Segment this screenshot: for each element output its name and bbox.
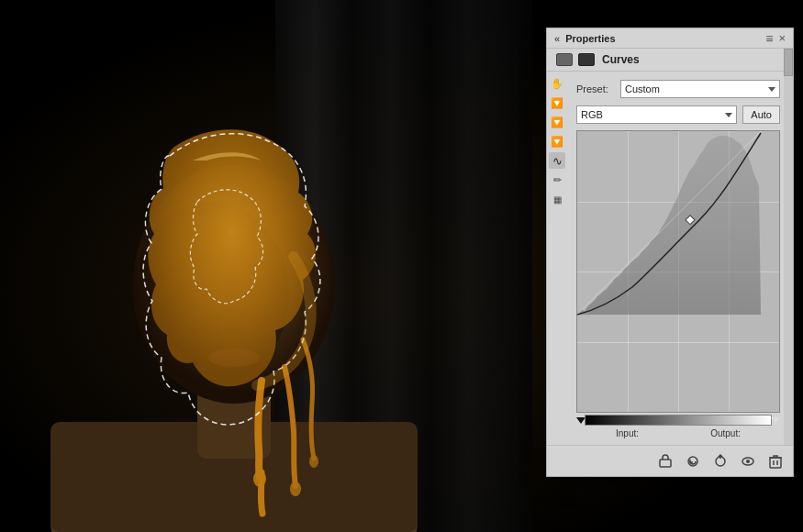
finger-tool[interactable]: ✋ — [549, 75, 565, 92]
eyedropper-gray-tool[interactable]: 🔽 — [549, 114, 565, 130]
properties-panel: « Properties ≡ × Curves ✋ 🔽 🔽 🔽 ∿ ✏ ▦ — [546, 28, 794, 477]
panel-title-area: « Properties — [554, 33, 616, 44]
panel-menu-icon[interactable]: ≡ — [765, 31, 773, 46]
preset-row: Preset: Custom Default Strong Contrast L… — [569, 75, 787, 103]
curve-edit-tool[interactable]: ∿ — [549, 152, 565, 169]
reset-button[interactable] — [710, 451, 731, 471]
svg-point-15 — [746, 460, 750, 463]
preset-select[interactable]: Custom Default Strong Contrast Linear Da… — [620, 80, 780, 98]
pencil-draw-tool[interactable]: ✏ — [549, 172, 565, 188]
toggle-visibility-button[interactable] — [738, 451, 758, 471]
curves-mode-icon — [578, 53, 595, 66]
left-tools: ✋ 🔽 🔽 🔽 ∿ ✏ ▦ — [547, 72, 567, 445]
panel-collapse-icon[interactable]: « — [554, 33, 560, 44]
svg-point-10 — [309, 455, 318, 468]
svg-rect-16 — [770, 458, 781, 468]
eyedropper-black-tool[interactable]: 🔽 — [549, 94, 565, 111]
gradient-bar — [585, 415, 772, 426]
panel-controls: ≡ × — [765, 31, 786, 46]
reference-line-svg — [577, 131, 779, 412]
io-row: Input: Output: — [576, 426, 780, 441]
white-point[interactable] — [771, 417, 780, 424]
curves-area: Input: Output: — [576, 130, 780, 441]
svg-point-9 — [290, 482, 301, 496]
panel-scrollbar[interactable] — [784, 49, 793, 445]
output-label: Output: — [710, 428, 741, 438]
auto-button[interactable]: Auto — [742, 105, 780, 124]
input-label: Input: — [616, 428, 639, 438]
svg-point-8 — [253, 471, 266, 487]
scrollbar-thumb[interactable] — [784, 49, 793, 76]
panel-titlebar: « Properties ≡ × — [547, 28, 793, 49]
bottom-toolbar — [547, 445, 793, 476]
panel-content: ✋ 🔽 🔽 🔽 ∿ ✏ ▦ Preset: Custom Default Str… — [547, 72, 793, 476]
clip-to-layer-button[interactable] — [655, 451, 675, 471]
eyedropper-white-tool[interactable]: 🔽 — [549, 133, 565, 150]
svg-rect-12 — [660, 460, 671, 467]
preset-label: Preset: — [576, 83, 615, 94]
curves-graph[interactable] — [576, 130, 780, 413]
channel-row: RGB Red Green Blue Auto — [569, 103, 787, 127]
channel-select[interactable]: RGB Red Green Blue — [576, 105, 737, 124]
curves-tab[interactable]: Curves — [547, 49, 793, 72]
delete-button[interactable] — [765, 451, 786, 471]
gradient-bar-row — [576, 415, 780, 426]
view-previous-button[interactable] — [683, 451, 703, 471]
histogram-tool[interactable]: ▦ — [549, 191, 565, 207]
curves-label: Curves — [602, 53, 640, 66]
panel-close-icon[interactable]: × — [778, 31, 786, 45]
adjustment-icon — [556, 53, 573, 66]
panel-title: Properties — [565, 33, 615, 44]
